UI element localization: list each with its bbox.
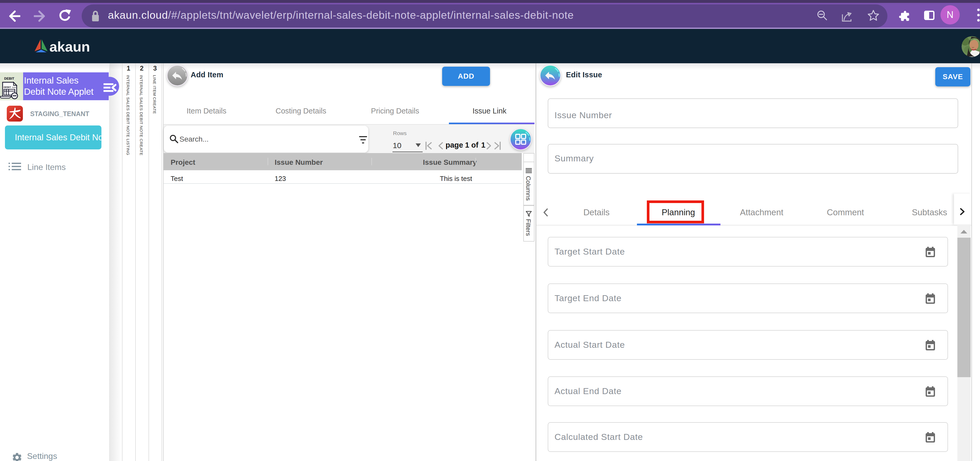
svg-text:Note.: Note.	[12, 86, 16, 88]
svg-text:DEBIT: DEBIT	[4, 77, 14, 80]
svg-text:DEBIT: DEBIT	[4, 86, 11, 88]
